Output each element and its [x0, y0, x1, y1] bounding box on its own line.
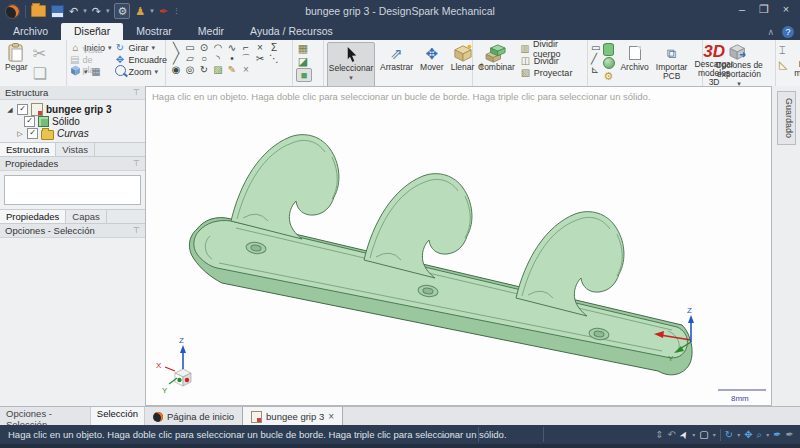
sphere-icon[interactable] [603, 57, 615, 69]
close-tab-icon[interactable]: × [328, 411, 334, 422]
close-button[interactable]: × [776, 0, 796, 18]
help-icon[interactable]: ? [782, 26, 794, 38]
caliper-icon[interactable]: ⌶ [779, 44, 787, 57]
set-square-icon[interactable]: ◺ [779, 58, 787, 71]
sweep-arc-icon[interactable]: ↻ [200, 65, 208, 75]
split-icon[interactable]: ✂ [256, 54, 264, 64]
maximize-button[interactable]: ❐ [754, 0, 774, 18]
visibility-checkbox[interactable]: ✓ [24, 116, 35, 127]
tools-caret-icon[interactable]: ▾ [150, 4, 154, 18]
plan-view-button[interactable]: ▤ Vista de plan [70, 54, 112, 65]
origin-icon[interactable]: ⊾ [591, 65, 600, 75]
visibility-checkbox[interactable]: ✓ [17, 104, 28, 115]
display-style-icon[interactable]: ▦ [91, 66, 102, 77]
project-button[interactable]: ▧ Proyectar [520, 67, 584, 78]
paste-button[interactable]: Pegar [3, 42, 30, 88]
feather-icon[interactable]: ✒ [786, 429, 794, 441]
zoom-icon[interactable]: ⌕ [757, 429, 763, 441]
trim-icon[interactable]: × [257, 43, 263, 53]
open-file-icon[interactable] [31, 5, 46, 17]
tab-home-page[interactable]: Página de inicio [145, 407, 242, 426]
scissors-icon[interactable]: × [243, 65, 249, 75]
redo-icon[interactable]: ↷ [92, 4, 101, 18]
cursor-icon[interactable]: ➤ [677, 428, 692, 441]
redo-caret-icon[interactable]: ▾ [106, 4, 110, 18]
sketch-mode-icon[interactable]: ▦ [296, 42, 310, 54]
tab-seleccion[interactable]: Selección [91, 407, 145, 425]
tangent-line-icon[interactable]: ╱ [173, 54, 179, 64]
tab-ayuda[interactable]: Ayuda / Recursos [237, 23, 346, 40]
axis-icon[interactable]: ╱ [591, 54, 600, 64]
pencil-icon[interactable]: ✎ [228, 65, 236, 75]
zoom-button[interactable]: Zoom▾ [115, 66, 168, 77]
model-bungee-grip[interactable]: Z Y Z X Y 8mm [146, 87, 771, 405]
split-button[interactable]: ◫ Dividir [520, 55, 584, 66]
hatch-icon[interactable]: ▨ [213, 65, 222, 75]
tab-bungee-grip-3[interactable]: bungee grip 3 × [242, 407, 343, 426]
equation-icon[interactable]: Σ [271, 43, 277, 53]
spline-icon[interactable]: ∿ [228, 43, 236, 53]
pin-icon[interactable]: ⊤ [133, 88, 140, 97]
pan-icon[interactable]: ✥ [744, 429, 752, 441]
line-icon[interactable]: ╲ [173, 43, 179, 53]
circle-icon[interactable]: ⊙ [200, 43, 208, 53]
select-button[interactable]: Seleccionar ▾ [327, 42, 375, 88]
spin-button[interactable]: ↻ Girar▾ [115, 42, 168, 53]
import-pcb-button[interactable]: ⧉ Importar PCB [654, 42, 690, 88]
circle-3pt-icon[interactable]: ◎ [186, 65, 195, 75]
tab-propiedades[interactable]: Propiedades [0, 210, 66, 223]
cylinder-icon[interactable] [603, 43, 614, 56]
arc-3pt-icon[interactable]: ◝ [216, 54, 220, 64]
polyline-icon[interactable]: ⌐ [243, 43, 249, 53]
rectangle-icon[interactable]: ▭ [185, 43, 194, 53]
collapse-ribbon-icon[interactable]: ∧ [767, 27, 774, 37]
spin-tool-icon[interactable]: ⚙ [114, 3, 130, 19]
bom-list-button[interactable]: ▤ Lista de materiales ▾ [790, 42, 800, 88]
expander-icon[interactable]: ▷ [16, 130, 24, 138]
ellipse-icon[interactable]: ○ [201, 54, 207, 64]
tab-estructura[interactable]: Estructura [0, 143, 56, 156]
pull-up-caret-icon[interactable]: ▾ [450, 431, 453, 438]
gear-icon[interactable]: ⚙ [603, 70, 615, 83]
nudge-icon[interactable]: ⇕ [655, 429, 663, 441]
tab-archivo[interactable]: Archivo [0, 23, 61, 40]
undo-icon[interactable]: ↶ [69, 4, 78, 18]
pull-up-icon[interactable]: ▲ [438, 429, 448, 441]
pin-icon[interactable]: ⊤ [133, 226, 140, 235]
design-tool-icon[interactable]: ♟ [135, 4, 145, 18]
plan-view-icon[interactable]: ✒ [773, 429, 781, 441]
pan-button[interactable]: ✥ Encuadre [115, 54, 168, 65]
select-box-icon[interactable]: ▢ [699, 429, 708, 441]
style-brush-icon[interactable]: ✒ [159, 4, 168, 18]
select-caret-icon[interactable]: ▾ [713, 431, 716, 438]
view-undo-icon[interactable]: ↶ [668, 429, 676, 441]
tree-item-curves[interactable]: ▷ ✓ Curvas [6, 128, 145, 139]
tree-item-root[interactable]: ◢ ✓ bungee grip 3 [6, 104, 145, 115]
orbit-icon[interactable]: ↻ [725, 429, 733, 441]
tab-opciones-seleccion[interactable]: Opciones - Selección [0, 407, 91, 425]
properties-box[interactable] [4, 175, 141, 205]
construction-line-icon[interactable]: ⋱ [269, 54, 279, 64]
tab-medir[interactable]: Medir [185, 23, 237, 40]
tree-item-solid[interactable]: ✓ Sólido [6, 116, 145, 127]
undo-caret-icon[interactable]: ▾ [83, 4, 87, 18]
combine-button[interactable]: Combinar [476, 42, 517, 88]
minimize-button[interactable]: – [732, 0, 752, 18]
saved-panel-tab[interactable]: Guardado [777, 91, 796, 145]
export-options-button[interactable]: Opciones de exportación ▾ [706, 42, 772, 88]
split-body-button[interactable]: ▥ Dividir cuerpo [520, 43, 584, 54]
move-button[interactable]: ✥ Mover [418, 42, 446, 88]
view-cube-button[interactable]: ▾ ▦ [70, 66, 112, 77]
tab-mostrar[interactable]: Mostrar [123, 23, 185, 40]
parallelogram-icon[interactable]: ▱ [186, 54, 194, 64]
visibility-checkbox[interactable]: ✓ [27, 128, 38, 139]
pull-button[interactable]: ⇗ Arrastrar [378, 42, 415, 88]
copy-icon[interactable]: ❏ [33, 64, 47, 83]
cursor-caret-icon[interactable]: ▾ [692, 431, 695, 438]
arc-icon[interactable]: ◠ [214, 43, 223, 53]
tab-disenar[interactable]: Diseñar [61, 23, 123, 40]
orbit-caret-icon[interactable]: ▾ [737, 431, 740, 438]
tab-vistas[interactable]: Vistas [56, 143, 95, 156]
more-icon[interactable]: ⋮ [173, 4, 180, 18]
expander-icon[interactable]: ◢ [6, 106, 14, 114]
